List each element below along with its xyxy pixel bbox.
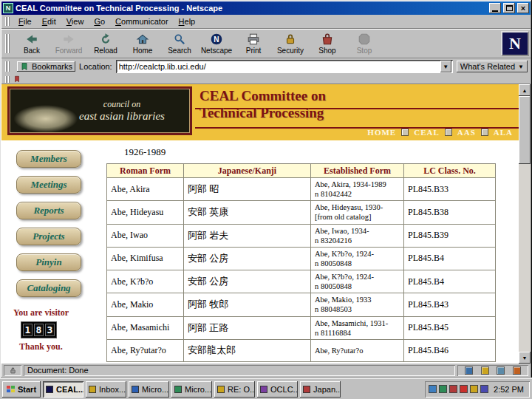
stop-icon [358,33,371,46]
menu-help[interactable]: Help [174,16,201,28]
taskbar-button-4[interactable]: RE: O... [214,381,255,398]
maximize-button[interactable] [503,3,515,13]
stop-button[interactable]: Stop [346,30,383,57]
security-tray-icon[interactable] [480,385,488,393]
cell-established-form: Abe, Hideyasu, 1930- [from old catalog] [311,201,404,224]
forward-button[interactable]: Forward [50,30,87,57]
main-toolbar: BackForwardReloadHomeSearchNNetscapePrin… [1,29,531,58]
search-button[interactable]: Search [161,30,198,57]
scroll-thumb[interactable] [519,96,531,164]
home-button[interactable]: Home [124,30,161,57]
cell-lc-class: PL845.B4 [404,270,496,293]
url-dropdown-button[interactable]: ▼ [440,61,451,72]
banner-title-line1: CEAL Committee on [200,88,326,105]
display-icon[interactable] [439,385,447,393]
column-header: Roman Form [107,164,184,178]
ime-icon[interactable] [460,385,468,393]
toolbar-button-label: Home [133,47,153,55]
security-button[interactable]: Security [272,30,309,57]
title-bar[interactable]: N CEAL Committee on Technical Processing… [1,1,531,15]
toolbar-button-label: Security [277,47,304,55]
cell-established-form: Abe, Akira, 1934-1989 n 81042442 [311,178,404,201]
thank-you-label: Thank you. [19,341,103,352]
location-grip[interactable] [5,61,11,72]
status-bar: Document: Done [1,364,531,377]
vertical-scrollbar: ▲ ▼ [519,84,531,364]
sidebar-button-reports[interactable]: Reports [16,202,81,219]
taskbar-button-1[interactable]: Inbox... [86,381,126,398]
back-button[interactable]: Back [13,30,50,57]
whats-related-arrow-icon: ▼ [518,64,524,70]
menu-go[interactable]: Go [89,16,110,28]
url-input[interactable]: http://cealctp.lib.uci.edu/ ▼ [116,60,453,73]
discussions-icon[interactable] [497,366,505,375]
component-bar [457,365,528,376]
sidebar-button-meetings[interactable]: Meetings [16,176,81,194]
nav-link-ala[interactable]: ALA [494,128,513,137]
taskbar-button-6[interactable]: Japan... [300,381,341,398]
netscape-button[interactable]: NNetscape [198,30,235,57]
nav-bullet-icon [445,129,452,136]
volume-icon[interactable] [429,385,437,393]
cell-lc-class: PL845.B46 [404,339,496,361]
council-line1: council on [103,99,140,110]
sidebar-button-pinyin[interactable]: Pinyin [16,253,81,271]
close-button[interactable]: × [517,3,529,13]
shop-button[interactable]: Shop [309,30,346,57]
system-tray: 2:52 PM [425,381,530,398]
bookmarks-button[interactable]: Bookmarks [17,61,75,72]
menu-communicator[interactable]: Communicator [110,16,174,28]
start-button[interactable]: Start [2,381,41,398]
counter-digit: 8 [34,324,44,336]
minimize-button[interactable] [489,3,501,13]
reload-button[interactable]: Reload [87,30,124,57]
menu-file[interactable]: File [13,16,37,28]
nav-link-home[interactable]: HOME [367,128,396,137]
whats-related-button[interactable]: What's Related ▼ [457,61,528,72]
scroll-up-button[interactable]: ▲ [519,84,531,96]
mailbox-icon[interactable] [481,366,489,375]
nav-link-aas[interactable]: AAS [457,128,476,137]
taskbar-button-3[interactable]: Micro... [171,381,212,398]
print-button[interactable]: Print [235,30,272,57]
taskbar-button-2[interactable]: Micro... [129,381,169,398]
netscape-throbber-logo[interactable]: N [501,31,529,56]
personal-bookmark-icon[interactable] [13,75,21,83]
nav-link-ceal[interactable]: CEAL [414,128,440,137]
scheduler-icon[interactable] [470,385,478,393]
cell-japanese-kanji: 安部 公房 [184,247,311,270]
sidebar-button-projects[interactable]: Projects [16,228,81,245]
composer-icon[interactable] [513,366,521,375]
toolbar-grip[interactable] [5,34,11,52]
security-status-icon[interactable] [4,365,21,376]
menu-edit[interactable]: Edit [37,16,61,28]
scroll-down-button[interactable]: ▼ [519,352,531,364]
site-banner: council on east asian libraries CEAL Com… [1,84,519,140]
cell-roman-form: Abe, Masamichi [107,316,184,339]
council-logo-image: council on east asian libraries [7,86,192,135]
counter-digit: 3 [45,324,55,336]
navigator-icon[interactable] [465,366,473,375]
council-line2: east asian libraries [79,110,165,123]
svg-text:N: N [214,35,219,44]
menu-view[interactable]: View [61,16,89,28]
scroll-track[interactable] [519,96,531,352]
sidebar-button-members[interactable]: Members [16,150,81,168]
table-row: Abe, Akira阿部 昭Abe, Akira, 1934-1989 n 81… [107,178,496,201]
cell-established-form: Abe, Ry?utar?o [311,339,404,361]
sidebar-button-cataloging[interactable]: Cataloging [16,279,81,297]
cell-established-form: Abe, K?b?o, 1924- n 80050848 [311,270,404,293]
taskbar: Start CEAL...Inbox...Micro...Micro...RE:… [0,378,532,399]
location-bar: Bookmarks Location: http://cealctp.lib.u… [1,58,531,75]
menu-grip[interactable] [5,17,11,27]
network-icon[interactable] [449,385,457,393]
url-text: http://cealctp.lib.uci.edu/ [119,62,440,71]
back-icon [25,33,38,46]
taskbar-button-label: Japan... [313,385,341,394]
personal-grip[interactable] [5,76,11,83]
table-row: Abe, Masamichi阿部 正路Abe, Masamichi, 1931-… [107,316,496,339]
taskbar-button-5[interactable]: OCLC... [257,381,298,398]
taskbar-button-icon [89,386,96,393]
taskbar-button-0[interactable]: CEAL... [43,381,83,398]
taskbar-button-icon [132,386,139,393]
